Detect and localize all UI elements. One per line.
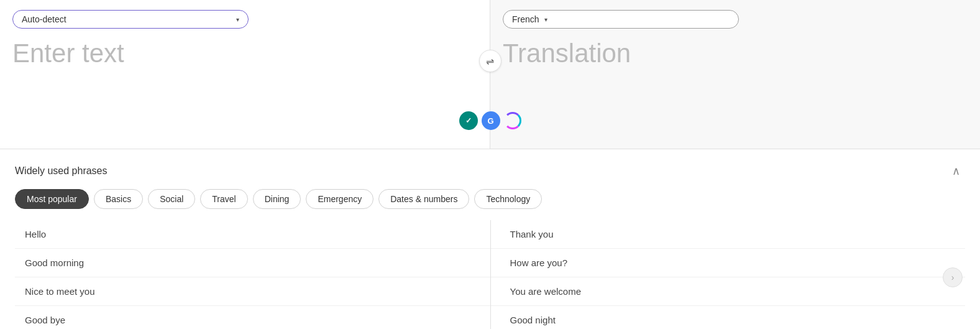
source-panel: Auto-detect ▾ Enter text	[0, 0, 490, 149]
phrases-next-arrow[interactable]: ›	[943, 267, 963, 287]
phrase-you-are-welcome[interactable]: You are welcome	[490, 277, 966, 306]
translator-area: Auto-detect ▾ Enter text ⇌ ✓ G French ▾ …	[0, 0, 980, 149]
tab-basics[interactable]: Basics	[94, 189, 143, 209]
target-language-select[interactable]: French ▾	[503, 10, 739, 29]
tab-dates-numbers[interactable]: Dates & numbers	[378, 189, 469, 209]
source-language-label: Auto-detect	[22, 14, 231, 24]
phrase-good-morning[interactable]: Good morning	[15, 249, 490, 277]
plugin-icons-area: ✓ G	[459, 111, 521, 130]
phrase-nice-to-meet[interactable]: Nice to meet you	[15, 277, 490, 306]
category-tabs: Most popular Basics Social Travel Dining…	[15, 189, 965, 209]
tab-most-popular[interactable]: Most popular	[15, 189, 89, 209]
phrases-grid: Hello Thank you Good morning How are you…	[15, 220, 965, 329]
tab-emergency[interactable]: Emergency	[306, 189, 373, 209]
target-language-label: French	[512, 14, 539, 24]
loading-spinner	[504, 112, 521, 129]
phrase-hello[interactable]: Hello	[15, 220, 490, 249]
translation-placeholder: Translation	[503, 39, 968, 139]
collapse-icon: ∧	[952, 164, 960, 178]
plugin-google-icon[interactable]: G	[482, 111, 500, 130]
tab-social[interactable]: Social	[148, 189, 195, 209]
phrase-good-night[interactable]: Good night	[490, 306, 966, 329]
chevron-right-icon: ›	[951, 272, 955, 282]
source-language-select[interactable]: Auto-detect ▾	[12, 10, 249, 29]
plugin-teal-icon[interactable]: ✓	[459, 111, 478, 130]
target-language-select-wrapper: French ▾	[503, 10, 968, 29]
swap-button-container: ⇌	[479, 50, 501, 72]
google-letter: G	[487, 116, 493, 126]
target-panel: French ▾ Translation	[490, 0, 980, 149]
source-language-select-wrapper: Auto-detect ▾	[12, 10, 477, 29]
tab-dining[interactable]: Dining	[253, 189, 301, 209]
phrases-area: Widely used phrases ∧ Most popular Basic…	[0, 149, 980, 329]
phrases-title: Widely used phrases	[15, 165, 108, 177]
phrase-thank-you[interactable]: Thank you	[490, 220, 966, 249]
tab-travel[interactable]: Travel	[200, 189, 247, 209]
swap-button[interactable]: ⇌	[479, 50, 501, 72]
tab-technology[interactable]: Technology	[474, 189, 542, 209]
phrases-header: Widely used phrases ∧	[15, 162, 965, 180]
source-placeholder[interactable]: Enter text	[12, 39, 477, 139]
phrase-how-are-you[interactable]: How are you?	[490, 249, 966, 277]
swap-icon: ⇌	[486, 55, 494, 67]
target-dropdown-arrow: ▾	[544, 16, 547, 23]
phrase-good-bye[interactable]: Good bye	[15, 306, 490, 329]
source-dropdown-arrow: ▾	[236, 16, 239, 23]
phrases-list-container: Hello Thank you Good morning How are you…	[15, 220, 965, 329]
collapse-button[interactable]: ∧	[946, 162, 965, 180]
